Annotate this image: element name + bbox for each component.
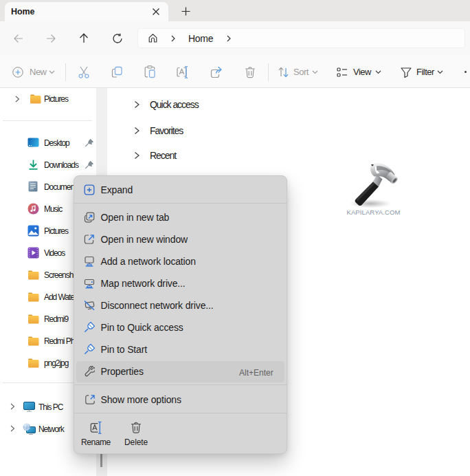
svg-text:KAPILARYA.COM: KAPILARYA.COM	[346, 208, 400, 216]
